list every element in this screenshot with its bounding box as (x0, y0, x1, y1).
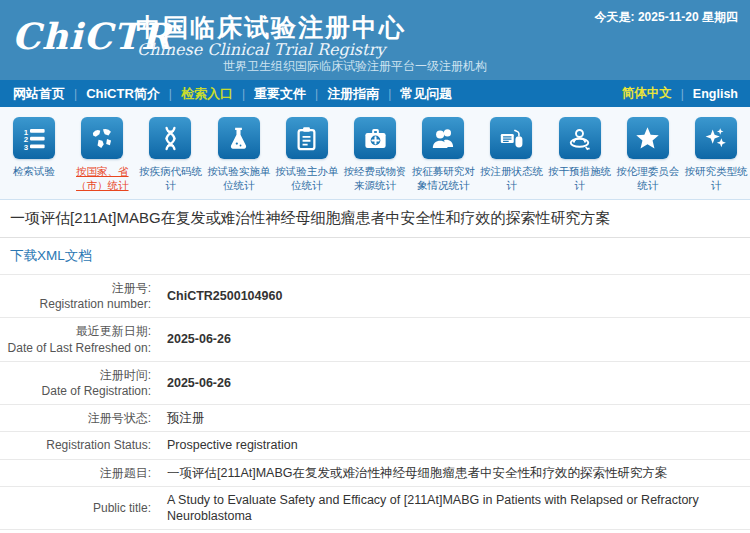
site-title-english: Chinese Clinical Trial Registry (137, 40, 385, 59)
statistics-toolbar: 1 2 3 检索试验 按国家、省（市）统计 (0, 107, 750, 200)
nav-separator: | (74, 87, 77, 101)
world-map-icon (81, 117, 123, 159)
nav-search-entry[interactable]: 检索入口 (181, 85, 233, 103)
registration-table: 注册号:Registration number: ChiCTR250010496… (0, 274, 750, 533)
toolbar-item-label: 按经费或物资来源统计 (341, 164, 409, 192)
toolbar-item-label: 按疾病代码统计 (136, 164, 204, 192)
registration-number-value: ChiCTR2500104960 (157, 283, 750, 309)
svg-text:3: 3 (23, 143, 28, 152)
nav-separator: | (388, 87, 391, 101)
current-date: 今天是: 2025-11-20 星期四 (595, 9, 738, 26)
toolbar-item-by-implementing-unit[interactable]: 按试验实施单位统计 (205, 107, 273, 199)
row-label: Public title: (0, 495, 157, 521)
row-label: 注册题目: (0, 460, 157, 486)
table-row-status-en: Registration Status: Prospective registr… (0, 431, 750, 458)
keyboard-mouse-icon (490, 117, 532, 159)
toolbar-item-by-sponsor-unit[interactable]: 按试验主办单位统计 (273, 107, 341, 199)
row-label: 注册号状态: (0, 405, 157, 431)
toolbar-item-by-disease-code[interactable]: 按疾病代码统计 (136, 107, 204, 199)
table-row-public-title-cn: 注册题目: 一项评估[211At]MABG在复发或难治性神经母细胞瘤患者中安全性… (0, 459, 750, 486)
nav-separator: | (681, 87, 684, 101)
site-header: ChiCTR 中国临床试验注册中心 Chinese Clinical Trial… (0, 0, 750, 80)
row-label: Registration Status: (0, 432, 157, 458)
nav-separator: | (315, 87, 318, 101)
last-refreshed-value: 2025-06-26 (157, 326, 750, 352)
table-row-last-refreshed: 最近更新日期:Date of Last Refreshed on: 2025-0… (0, 317, 750, 360)
main-nav: 网站首页 | ChiCTR简介 | 检索入口 | 重要文件 | 注册指南 | 常… (0, 80, 750, 107)
page-title: 一项评估[211At]MABG在复发或难治性神经母细胞瘤患者中安全性和疗效的探索… (0, 200, 750, 238)
download-xml-link[interactable]: 下载XML文档 (0, 238, 750, 274)
star-icon (627, 117, 669, 159)
nav-separator: | (242, 87, 245, 101)
toolbar-item-label: 按干预措施统计 (546, 164, 614, 192)
toolbar-item-by-ethics-committee[interactable]: 按伦理委员会统计 (614, 107, 682, 199)
toolbar-item-label: 按伦理委员会统计 (614, 164, 682, 192)
people-icon (422, 117, 464, 159)
registration-date-value: 2025-06-26 (157, 370, 750, 396)
table-row-registration-number: 注册号:Registration number: ChiCTR250010496… (0, 274, 750, 317)
nav-important-docs[interactable]: 重要文件 (254, 85, 306, 103)
row-label: 注册号:Registration number: (0, 275, 157, 317)
public-title-cn-value: 一项评估[211At]MABG在复发或难治性神经母细胞瘤患者中安全性和疗效的探索… (157, 460, 750, 486)
numbered-list-icon: 1 2 3 (13, 117, 55, 159)
nav-separator: | (169, 87, 172, 101)
lang-english[interactable]: English (693, 87, 738, 101)
public-title-en-value: A Study to Evaluate Safety and Efficacy … (157, 487, 750, 530)
sparkles-icon (695, 117, 737, 159)
toolbar-item-by-intervention[interactable]: 按干预措施统计 (546, 107, 614, 199)
toolbar-item-search-trials[interactable]: 1 2 3 检索试验 (0, 107, 68, 199)
lang-simplified-chinese[interactable]: 简体中文 (622, 85, 672, 102)
who-registry-line: 世界卫生组织国际临床试验注册平台一级注册机构 (223, 58, 487, 75)
toolbar-item-by-country-province[interactable]: 按国家、省（市）统计 (68, 107, 136, 199)
toolbar-item-label: 按试验实施单位统计 (205, 164, 273, 192)
table-row-acronym-cn: 注册题目简写: (0, 529, 750, 533)
toolbar-item-by-registration-status[interactable]: 按注册状态统计 (477, 107, 545, 199)
toolbar-item-label: 按征募研究对象情况统计 (409, 164, 477, 192)
toolbar-item-label: 按注册状态统计 (477, 164, 545, 192)
nav-home[interactable]: 网站首页 (13, 85, 65, 103)
flask-icon (218, 117, 260, 159)
person-pin-icon (559, 117, 601, 159)
toolbar-item-label: 按试验主办单位统计 (273, 164, 341, 192)
table-row-status-cn: 注册号状态: 预注册 (0, 404, 750, 431)
clipboard-icon (286, 117, 328, 159)
table-row-public-title-en: Public title: A Study to Evaluate Safety… (0, 486, 750, 530)
toolbar-item-by-recruitment-status[interactable]: 按征募研究对象情况统计 (409, 107, 477, 199)
nav-faq[interactable]: 常见问题 (400, 85, 452, 103)
toolbar-item-label: 按研究类型统计 (682, 164, 750, 192)
nav-registration-guide[interactable]: 注册指南 (327, 85, 379, 103)
dna-icon (149, 117, 191, 159)
row-label: 注册时间:Date of Registration: (0, 362, 157, 404)
toolbar-item-label: 按国家、省（市）统计 (68, 164, 136, 192)
toolbar-item-by-study-type[interactable]: 按研究类型统计 (682, 107, 750, 199)
nav-about[interactable]: ChiCTR简介 (86, 85, 160, 103)
status-en-value: Prospective registration (157, 432, 750, 458)
table-row-registration-date: 注册时间:Date of Registration: 2025-06-26 (0, 361, 750, 404)
toolbar-item-by-funding-source[interactable]: 按经费或物资来源统计 (341, 107, 409, 199)
status-cn-value: 预注册 (157, 405, 750, 431)
toolbar-item-label: 检索试验 (0, 164, 68, 178)
row-label: 最近更新日期:Date of Last Refreshed on: (0, 318, 157, 360)
medical-kit-icon (354, 117, 396, 159)
